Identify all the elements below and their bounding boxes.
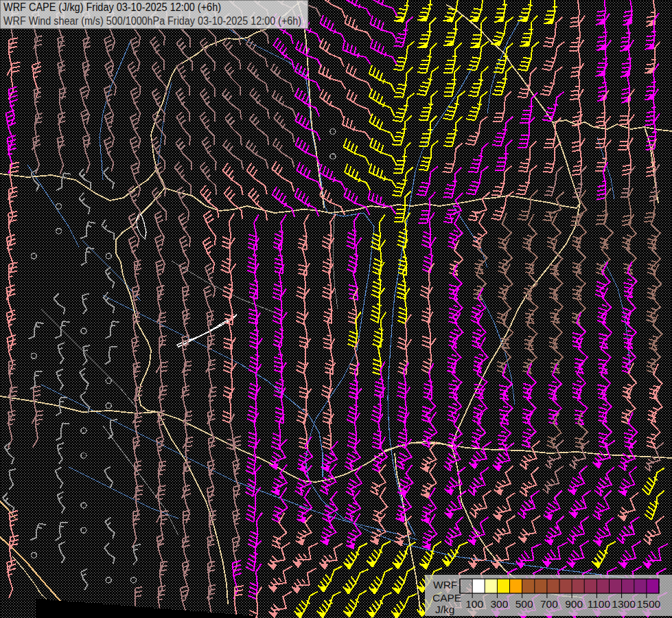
svg-text:1500: 1500: [637, 598, 661, 610]
svg-text:900: 900: [565, 598, 583, 610]
svg-text:300: 300: [490, 598, 508, 610]
svg-text:500: 500: [515, 598, 533, 610]
svg-text:100: 100: [465, 598, 483, 610]
svg-text:J/kg: J/kg: [435, 604, 454, 615]
svg-text:1100: 1100: [588, 598, 611, 610]
svg-text:WRF CAPE (J/kg) Friday 03-10-2: WRF CAPE (J/kg) Friday 03-10-2025 12:00 …: [3, 1, 221, 13]
svg-text:WRF: WRF: [433, 579, 457, 591]
svg-text:CAPE: CAPE: [432, 592, 461, 604]
svg-text:WRF Wind shear (m/s) 500/1000h: WRF Wind shear (m/s) 500/1000hPa Friday …: [3, 15, 301, 27]
svg-text:700: 700: [540, 598, 558, 610]
svg-text:1300: 1300: [612, 598, 636, 610]
